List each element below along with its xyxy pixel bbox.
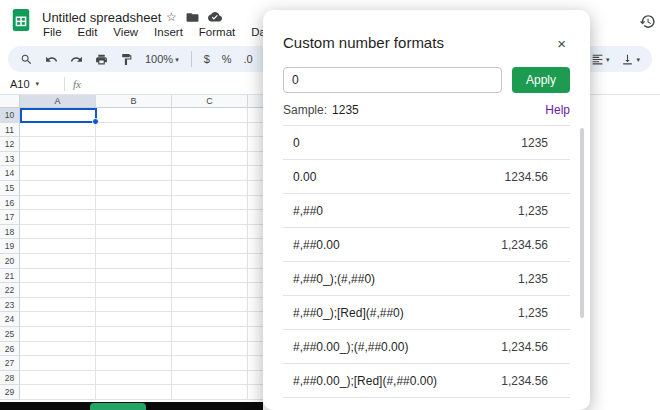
- grid-cell[interactable]: [20, 269, 96, 284]
- row-header[interactable]: 26: [0, 342, 20, 357]
- row-header[interactable]: 23: [0, 298, 20, 313]
- menu-item[interactable]: Format: [192, 25, 242, 39]
- grid-cell[interactable]: [172, 181, 248, 196]
- format-option[interactable]: #,##0.00 1,234.56: [283, 228, 570, 262]
- column-header[interactable]: B: [96, 95, 172, 108]
- grid-cell[interactable]: [20, 356, 96, 371]
- grid-cell[interactable]: [96, 269, 172, 284]
- grid-cell[interactable]: [96, 108, 172, 123]
- row-header[interactable]: 15: [0, 181, 20, 196]
- decrease-decimals-button[interactable]: .0: [244, 53, 253, 65]
- grid-cell[interactable]: [172, 298, 248, 313]
- grid-cell[interactable]: [20, 196, 96, 211]
- vertical-align-button[interactable]: ▾: [621, 53, 640, 66]
- grid-cell[interactable]: [96, 298, 172, 313]
- row-header[interactable]: 21: [0, 269, 20, 284]
- redo-icon[interactable]: [70, 53, 83, 66]
- custom-format-input[interactable]: [283, 67, 502, 93]
- grid-cell[interactable]: [20, 371, 96, 386]
- grid-cell[interactable]: [172, 239, 248, 254]
- grid-cell[interactable]: [172, 371, 248, 386]
- format-option[interactable]: #,##0_);(#,##0) 1,235: [283, 262, 570, 296]
- grid-cell[interactable]: [172, 152, 248, 167]
- row-header[interactable]: 11: [0, 123, 20, 138]
- grid-cell[interactable]: [96, 356, 172, 371]
- column-header[interactable]: A: [20, 95, 96, 108]
- row-header[interactable]: 22: [0, 283, 20, 298]
- format-option[interactable]: #,##0 1,235: [283, 194, 570, 228]
- grid-cell[interactable]: [172, 166, 248, 181]
- grid-cell[interactable]: [20, 210, 96, 225]
- row-header[interactable]: 16: [0, 196, 20, 211]
- grid-cell[interactable]: [20, 283, 96, 298]
- star-icon[interactable]: ☆: [166, 11, 177, 23]
- paint-format-icon[interactable]: [120, 53, 133, 66]
- row-header[interactable]: 17: [0, 210, 20, 225]
- format-option[interactable]: #,##0.00_);[Red](#,##0.00) 1,234.56: [283, 364, 570, 398]
- row-header[interactable]: 12: [0, 137, 20, 152]
- grid-cell[interactable]: [20, 225, 96, 240]
- grid-cell[interactable]: [96, 385, 172, 400]
- grid-cell[interactable]: [20, 312, 96, 327]
- menu-item[interactable]: Insert: [147, 25, 190, 39]
- grid-cell[interactable]: [172, 283, 248, 298]
- menu-item[interactable]: File: [36, 25, 69, 39]
- grid-cell[interactable]: [172, 269, 248, 284]
- grid-cell[interactable]: [96, 210, 172, 225]
- grid-cell[interactable]: [172, 196, 248, 211]
- row-header[interactable]: 18: [0, 225, 20, 240]
- row-header[interactable]: 10: [0, 108, 20, 123]
- grid-cell[interactable]: [96, 239, 172, 254]
- grid-cell[interactable]: [20, 123, 96, 138]
- menu-item[interactable]: View: [106, 25, 145, 39]
- format-percent-button[interactable]: %: [222, 53, 232, 65]
- row-header[interactable]: 24: [0, 312, 20, 327]
- sheets-logo-icon[interactable]: [10, 8, 32, 32]
- menu-item[interactable]: Edit: [71, 25, 105, 39]
- format-option[interactable]: #,##0_);[Red](#,##0) 1,235: [283, 296, 570, 330]
- grid-cell[interactable]: [172, 123, 248, 138]
- search-icon[interactable]: [20, 53, 33, 66]
- apply-button[interactable]: Apply: [512, 67, 570, 93]
- grid-cell[interactable]: [20, 385, 96, 400]
- grid-cell[interactable]: [96, 166, 172, 181]
- grid-cell[interactable]: [96, 371, 172, 386]
- column-header[interactable]: C: [172, 95, 248, 108]
- grid-cell[interactable]: [172, 356, 248, 371]
- row-header[interactable]: 25: [0, 327, 20, 342]
- grid-cell[interactable]: [172, 137, 248, 152]
- undo-icon[interactable]: [45, 53, 58, 66]
- grid-cell[interactable]: [172, 210, 248, 225]
- grid-cell[interactable]: [172, 385, 248, 400]
- selected-cell[interactable]: [20, 108, 97, 123]
- grid-cell[interactable]: [96, 342, 172, 357]
- row-header[interactable]: 29: [0, 385, 20, 400]
- name-box[interactable]: A10 ▾: [0, 78, 56, 90]
- grid-cell[interactable]: [172, 342, 248, 357]
- grid-cell[interactable]: [172, 312, 248, 327]
- grid-cell[interactable]: [20, 152, 96, 167]
- row-header[interactable]: 27: [0, 356, 20, 371]
- close-icon[interactable]: ×: [553, 34, 570, 53]
- select-all-corner[interactable]: [0, 95, 20, 108]
- grid-cell[interactable]: [172, 225, 248, 240]
- format-option[interactable]: 0.00 1234.56: [283, 160, 570, 194]
- scrollbar-thumb[interactable]: [580, 128, 584, 318]
- grid-cell[interactable]: [96, 327, 172, 342]
- print-icon[interactable]: [95, 53, 108, 66]
- zoom-select[interactable]: 100% ▾: [145, 53, 179, 65]
- grid-cell[interactable]: [96, 196, 172, 211]
- grid-cell[interactable]: [172, 327, 248, 342]
- document-title[interactable]: Untitled spreadsheet: [42, 10, 161, 25]
- grid-cell[interactable]: [20, 254, 96, 269]
- row-header[interactable]: 13: [0, 152, 20, 167]
- move-folder-icon[interactable]: [186, 12, 199, 23]
- grid-cell[interactable]: [96, 225, 172, 240]
- cloud-status-icon[interactable]: [208, 12, 222, 22]
- format-option[interactable]: 0 1235: [283, 126, 570, 160]
- grid-cell[interactable]: [96, 123, 172, 138]
- sheet-tab[interactable]: [90, 403, 146, 410]
- grid-cell[interactable]: [96, 254, 172, 269]
- grid-cell[interactable]: [20, 181, 96, 196]
- grid-cell[interactable]: [96, 152, 172, 167]
